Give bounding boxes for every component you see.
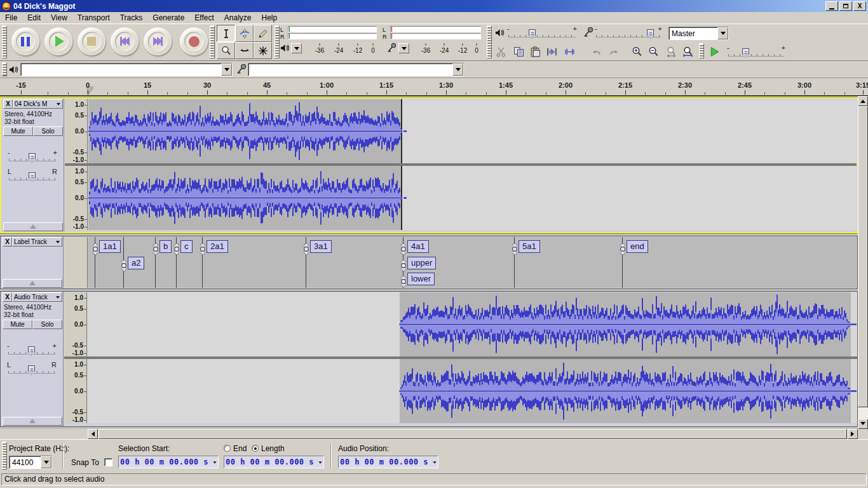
track-1-channel-right[interactable] — [88, 166, 858, 230]
menu-effect[interactable]: Effect — [189, 12, 219, 24]
playback-meter[interactable]: L R -36-24-120 — [280, 25, 381, 58]
record-button[interactable] — [180, 27, 208, 55]
track-1-channel-left[interactable] — [88, 99, 858, 163]
zoom-tool-button[interactable] — [217, 42, 235, 59]
pause-button[interactable] — [11, 27, 39, 55]
meter-toolbar-grabber[interactable] — [275, 25, 280, 58]
play-at-speed-grabber[interactable] — [699, 43, 704, 58]
menu-edit[interactable]: Edit — [22, 12, 46, 24]
scroll-down-button[interactable] — [858, 419, 868, 429]
fit-project-button[interactable] — [680, 44, 695, 59]
selection-start-field[interactable]: 00 h 00 m 00.000 s — [118, 456, 219, 468]
label-handle-icon[interactable] — [400, 257, 407, 270]
selection-length-field[interactable]: 00 h 00 m 00.000 s — [224, 456, 324, 468]
label-c[interactable]: c — [180, 240, 193, 253]
mute-button[interactable]: Mute — [3, 320, 32, 329]
dropdown-arrow-icon[interactable] — [431, 456, 438, 468]
track-title-menu[interactable]: Label Track — [12, 237, 62, 247]
fit-selection-button[interactable] — [663, 44, 679, 59]
zoom-out-button[interactable] — [646, 44, 661, 59]
skip-to-start-button[interactable] — [111, 27, 139, 55]
end-radio[interactable] — [224, 445, 231, 452]
label-3a1[interactable]: 3a1 — [310, 240, 332, 253]
menu-generate[interactable]: Generate — [147, 12, 189, 24]
menu-transport[interactable]: Transport — [72, 12, 115, 24]
menu-analyze[interactable]: Analyze — [219, 12, 257, 24]
tools-toolbar-grabber[interactable] — [210, 25, 215, 58]
menu-tracks[interactable]: Tracks — [115, 12, 148, 24]
collapse-track-button[interactable] — [3, 417, 62, 426]
recording-device-dropdown[interactable] — [248, 63, 464, 76]
output-volume-slider[interactable]: - + — [508, 30, 576, 39]
label-handle-icon[interactable] — [200, 241, 206, 254]
silence-selection-button[interactable] — [562, 44, 577, 59]
dropdown-arrow-icon[interactable] — [452, 64, 463, 76]
track-close-button[interactable]: X — [3, 237, 12, 247]
skip-to-end-button[interactable] — [144, 27, 172, 55]
track-title-menu[interactable]: Audio Track — [12, 292, 62, 302]
pan-slider[interactable]: L R — [8, 367, 55, 376]
track-2-channel-right[interactable] — [88, 359, 857, 423]
label-handle-icon[interactable] — [400, 273, 407, 286]
label-1a1[interactable]: 1a1 — [99, 240, 121, 253]
scroll-left-button[interactable] — [88, 429, 98, 439]
vertical-ruler[interactable]: 1.00.50.0-0.5-1.0 — [65, 166, 88, 230]
recording-meter[interactable]: L R -36-24-120 — [383, 25, 483, 58]
copy-button[interactable] — [511, 44, 526, 59]
zoom-in-button[interactable] — [629, 44, 644, 59]
track-close-button[interactable]: X — [3, 99, 13, 109]
restore-button[interactable] — [839, 1, 852, 11]
label-4a1[interactable]: 4a1 — [407, 240, 429, 253]
play-button[interactable] — [44, 27, 72, 55]
solo-button[interactable]: Solo — [32, 320, 62, 329]
label-lower[interactable]: lower — [407, 273, 435, 285]
project-rate-dropdown[interactable]: 44100 — [9, 456, 52, 469]
label-handle-icon[interactable] — [153, 241, 159, 254]
label-a2[interactable]: a2 — [128, 257, 144, 269]
menu-help[interactable]: Help — [257, 12, 283, 24]
selection-toolbar-grabber[interactable] — [2, 442, 7, 470]
envelope-tool-button[interactable] — [235, 25, 254, 42]
vertical-ruler[interactable]: 1.00.50.0-0.5-1.0 — [64, 292, 87, 356]
label-upper[interactable]: upper — [407, 257, 436, 269]
input-source-dropdown[interactable]: Master — [668, 27, 729, 40]
draw-tool-button[interactable] — [254, 25, 272, 42]
timeline-ruler[interactable]: -1501530451:001:151:301:452:002:152:302:… — [0, 78, 868, 96]
scroll-up-button[interactable] — [858, 96, 868, 106]
length-radio[interactable] — [252, 445, 259, 452]
label-handle-icon[interactable] — [173, 241, 180, 254]
scroll-right-button[interactable] — [848, 429, 858, 439]
paste-button[interactable] — [527, 44, 543, 59]
label-handle-icon[interactable] — [512, 241, 518, 254]
dropdown-arrow-icon[interactable] — [221, 64, 232, 76]
pan-slider[interactable]: L R — [9, 173, 56, 182]
redo-button[interactable] — [606, 44, 621, 59]
vertical-ruler[interactable]: 1.00.50.0-0.5-1.0 — [65, 99, 88, 163]
trim-outside-selection-button[interactable] — [544, 44, 559, 59]
selection-tool-button[interactable] — [217, 25, 235, 42]
device-toolbar-grabber[interactable] — [2, 62, 7, 76]
label-handle-icon[interactable] — [400, 241, 407, 254]
label-handle-icon[interactable] — [92, 241, 98, 254]
label-b[interactable]: b — [159, 240, 172, 253]
vertical-ruler[interactable]: 1.00.50.0-0.5-1.0 — [64, 359, 87, 423]
multi-tool-button[interactable] — [254, 42, 272, 59]
label-end[interactable]: end — [627, 240, 648, 253]
playback-device-dropdown[interactable] — [20, 63, 233, 76]
snap-to-checkbox[interactable] — [104, 458, 112, 466]
track-title-menu[interactable]: 04 Dick's M — [13, 99, 63, 109]
vertical-scroll-thumb[interactable] — [858, 106, 868, 407]
label-handle-icon[interactable] — [121, 257, 127, 270]
label-handle-icon[interactable] — [303, 241, 309, 254]
label-5a1[interactable]: 5a1 — [519, 240, 540, 253]
label-track-content[interactable]: 1a1a2bc2a13a14a1upperlower5a1end — [88, 237, 857, 288]
audio-position-field[interactable]: 00 h 00 m 00.000 s — [338, 456, 438, 468]
dropdown-arrow-icon[interactable] — [316, 456, 323, 468]
menu-file[interactable]: File — [0, 12, 22, 24]
undo-button[interactable] — [588, 44, 604, 59]
transport-toolbar-grabber[interactable] — [2, 25, 7, 58]
dropdown-arrow-icon[interactable] — [717, 27, 728, 39]
mute-button[interactable]: Mute — [3, 126, 33, 136]
cut-button[interactable] — [493, 44, 508, 59]
minimize-button[interactable] — [825, 1, 838, 11]
